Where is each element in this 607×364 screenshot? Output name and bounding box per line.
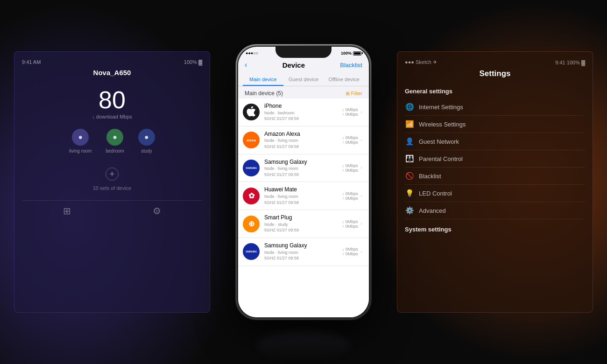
- huawei-name: Huawei Mate: [264, 186, 342, 194]
- node-icon-bedroom: ●: [106, 129, 123, 146]
- settings-parental[interactable]: 👪 Parental Control: [405, 150, 585, 168]
- samsung1-name: Samsung Galaxy: [264, 159, 342, 166]
- right-status-left: ●●● Sketch ✈: [405, 59, 437, 65]
- parental-label: Parental Control: [419, 155, 463, 162]
- alexa-chevron: ›: [361, 138, 362, 143]
- iphone-meta: Node · bedroom 5GHZ 01/27 09:59: [264, 110, 342, 122]
- samsung2-name: Samsung Galaxy: [264, 242, 342, 250]
- guest-label: Guest Network: [419, 138, 459, 145]
- advanced-label: Advanced: [419, 207, 446, 214]
- speed-unit: ↓ download Mbps: [22, 114, 202, 119]
- left-status-battery: 100% ▓: [184, 59, 202, 65]
- status-dots: ●●●○○: [246, 51, 258, 56]
- phone-inner: ●●●○○ 100% ‹ Device Blacklist: [237, 46, 370, 318]
- node-living-room: ● living room: [69, 129, 92, 154]
- led-icon: 💡: [405, 189, 414, 197]
- phone-frame: ●●●○○ 100% ‹ Device Blacklist: [236, 44, 371, 320]
- smartplug-meta: Node · study 5GHZ 01/27 09:59: [264, 222, 342, 233]
- device-list-label: Main device (5): [245, 90, 283, 97]
- device-item-alexa[interactable]: alexa Amazon Alexa Node · living room 5G…: [238, 126, 369, 154]
- huawei-chevron: ›: [361, 193, 362, 198]
- battery-icon: [353, 51, 361, 56]
- speed-value: 80: [22, 86, 202, 114]
- filter-button[interactable]: ⊞ Filter: [346, 91, 362, 97]
- node-label-study: study: [141, 148, 152, 154]
- iphone-info: iPhone Node · bedroom 5GHZ 01/27 09:59: [264, 103, 342, 122]
- device-list-header: Main device (5) ⊞ Filter: [238, 86, 369, 98]
- samsung-logo-text-1: SAMSUNG: [246, 167, 256, 169]
- tab-main-device[interactable]: Main device: [243, 73, 283, 86]
- samsung1-chevron: ›: [361, 165, 362, 170]
- device-avatar-samsung-2: SAMSUNG: [243, 243, 260, 260]
- alexa-name: Amazon Alexa: [264, 131, 342, 138]
- header-title: Device: [282, 61, 305, 69]
- back-button[interactable]: ‹: [245, 61, 247, 69]
- settings-title: Settings: [405, 69, 585, 78]
- iphone-speed: ↓ 0Mbps ↑ 0Mbps: [342, 107, 358, 117]
- app-header: ‹ Device Blacklist: [238, 59, 369, 73]
- device-item-samsung-1[interactable]: SAMSUNG Samsung Galaxy Node · living roo…: [238, 154, 369, 182]
- wireless-label: Wireless Settings: [419, 121, 466, 128]
- samsung2-meta: Node · living room 5GHZ 01/27 09:58: [264, 250, 342, 261]
- huawei-meta: Node · living room 5GHZ 01/27 09:58: [264, 194, 342, 205]
- samsung1-speed: ↓ 0Mbps ↑ 0Mbps: [342, 163, 358, 173]
- samsung2-chevron: ›: [361, 249, 362, 254]
- node-icon-living: ●: [72, 129, 89, 146]
- right-background-screen: ●●● Sketch ✈ 9:41 100% ▓ Settings Genera…: [397, 51, 593, 313]
- node-label-bedroom: bedroom: [106, 148, 124, 154]
- advanced-icon: ⚙️: [405, 206, 414, 215]
- iphone-chevron: ›: [361, 110, 362, 115]
- device-avatar-alexa: alexa: [243, 132, 260, 148]
- device-item-huawei[interactable]: ✿ Huawei Mate Node · living room 5GHZ 01…: [238, 182, 369, 210]
- iphone-name: iPhone: [264, 103, 342, 110]
- settings-advanced[interactable]: ⚙️ Advanced: [405, 202, 585, 219]
- nav-grid-icon[interactable]: ⊞: [63, 205, 71, 217]
- settings-led[interactable]: 💡 LED Control: [405, 185, 585, 202]
- led-label: LED Control: [419, 190, 452, 197]
- internet-icon: 🌐: [405, 103, 414, 111]
- wireless-icon: 📶: [405, 120, 414, 128]
- smartplug-info: Smart Plug Node · study 5GHZ 01/27 09:59: [264, 214, 342, 233]
- smartplug-chevron: ›: [361, 221, 362, 226]
- system-section-title: System settings: [405, 226, 585, 233]
- alexa-speed: ↓ 0Mbps ↑ 0Mbps: [342, 135, 358, 145]
- phone-notch: [275, 47, 332, 58]
- filter-icon: ⊞: [346, 91, 350, 97]
- general-section-title: General settings: [405, 88, 585, 95]
- left-status-time: 9:41 AM: [22, 59, 41, 65]
- alexa-info: Amazon Alexa Node · living room 5GHZ 01/…: [264, 131, 342, 150]
- device-count-label: 10 sets of device: [22, 185, 202, 191]
- alexa-logo-text: alexa: [247, 138, 256, 142]
- phone-outer: ●●●○○ 100% ‹ Device Blacklist: [236, 44, 371, 320]
- samsung2-speed: ↓ 0Mbps ↑ 0Mbps: [342, 247, 358, 256]
- device-avatar-huawei: ✿: [243, 188, 260, 204]
- huawei-logo: ✿: [248, 191, 254, 200]
- blacklist-icon: 🚫: [405, 172, 414, 180]
- blacklist-label: Blacklist: [419, 173, 441, 180]
- add-node-button[interactable]: +: [106, 168, 119, 181]
- nav-settings-icon[interactable]: ⚙: [153, 205, 161, 217]
- device-list: iPhone Node · bedroom 5GHZ 01/27 09:59 ↓…: [238, 98, 369, 317]
- phone-screen: ●●●○○ 100% ‹ Device Blacklist: [238, 47, 369, 317]
- node-icon-study: ●: [138, 129, 155, 146]
- alexa-meta: Node · living room 5GHZ 01/27 09:58: [264, 138, 342, 149]
- internet-label: Internet Settings: [419, 104, 463, 111]
- tab-offline-device[interactable]: Offline device: [324, 73, 364, 86]
- samsung1-info: Samsung Galaxy Node · living room 5GHZ 0…: [264, 159, 342, 178]
- device-item-smartplug[interactable]: ⊕ Smart Plug Node · study 5GHZ 01/27 09:…: [238, 210, 369, 238]
- node-study: ● study: [138, 129, 155, 154]
- filter-label: Filter: [351, 91, 362, 96]
- left-network-name: Nova_A650: [22, 69, 202, 77]
- tab-guest-device[interactable]: Guest device: [283, 73, 324, 86]
- blacklist-button[interactable]: Blacklist: [340, 62, 362, 69]
- device-item-iphone[interactable]: iPhone Node · bedroom 5GHZ 01/27 09:59 ↓…: [238, 98, 369, 126]
- device-avatar-smartplug: ⊕: [243, 216, 260, 232]
- device-avatar-samsung-1: SAMSUNG: [243, 160, 260, 176]
- settings-guest[interactable]: 👤 Guest Network: [405, 133, 585, 150]
- samsung-logo-text-2: SAMSUNG: [246, 250, 256, 253]
- settings-blacklist[interactable]: 🚫 Blacklist: [405, 168, 585, 185]
- device-item-samsung-2[interactable]: SAMSUNG Samsung Galaxy Node · living roo…: [238, 238, 369, 266]
- settings-wireless[interactable]: 📶 Wireless Settings: [405, 116, 585, 133]
- huawei-info: Huawei Mate Node · living room 5GHZ 01/2…: [264, 186, 342, 205]
- settings-internet[interactable]: 🌐 Internet Settings: [405, 98, 585, 116]
